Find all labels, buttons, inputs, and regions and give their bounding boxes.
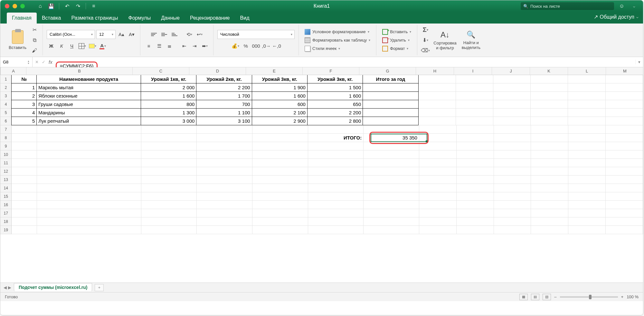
cell[interactable] <box>364 184 419 192</box>
smiley-icon[interactable]: ☺ <box>617 2 626 11</box>
cell[interactable] <box>457 142 494 150</box>
cell[interactable] <box>12 176 37 184</box>
cell[interactable] <box>363 100 418 109</box>
maximize-icon[interactable] <box>20 4 25 8</box>
row-header[interactable]: 13 <box>0 176 12 184</box>
cell[interactable] <box>419 192 457 201</box>
column-header[interactable]: H <box>416 67 454 75</box>
cell[interactable]: 600 <box>252 100 308 109</box>
cell[interactable]: 2 200 <box>307 108 363 117</box>
cell[interactable] <box>568 125 606 134</box>
fill-color-button[interactable] <box>88 42 97 51</box>
cell[interactable] <box>141 150 197 159</box>
cell[interactable] <box>141 192 197 201</box>
cell[interactable] <box>531 226 568 234</box>
cell[interactable] <box>457 226 494 234</box>
cell[interactable] <box>364 192 419 201</box>
zoom-out-icon[interactable]: – <box>554 294 556 299</box>
cell[interactable]: ИТОГО: <box>308 134 364 142</box>
cell[interactable] <box>308 192 364 201</box>
cell[interactable]: 4 <box>11 108 37 117</box>
cell[interactable] <box>531 150 568 159</box>
cell[interactable] <box>37 201 141 209</box>
row-header[interactable]: 8 <box>0 134 12 142</box>
cell[interactable] <box>531 83 568 92</box>
cell[interactable] <box>252 201 308 209</box>
format-as-table-button[interactable]: Форматировать как таблицу <box>303 37 372 44</box>
align-middle-icon[interactable] <box>160 30 169 39</box>
cancel-formula-icon[interactable]: ✕ <box>35 60 39 64</box>
row-header[interactable]: 3 <box>0 92 12 100</box>
cell[interactable] <box>141 167 197 176</box>
view-page-layout-icon[interactable]: ▤ <box>531 294 539 300</box>
cell[interactable] <box>457 125 494 134</box>
cell[interactable] <box>568 150 606 159</box>
cell[interactable] <box>308 217 364 226</box>
cell[interactable] <box>252 192 308 201</box>
cell[interactable] <box>568 217 606 226</box>
cell[interactable] <box>37 209 141 217</box>
cell[interactable] <box>419 100 456 109</box>
cell[interactable] <box>568 109 605 117</box>
cell[interactable]: Урожай 1кв, кг. <box>141 75 196 83</box>
cell[interactable] <box>12 134 37 142</box>
cell[interactable] <box>531 192 568 201</box>
column-header[interactable]: C <box>133 67 189 75</box>
cell[interactable]: 1 700 <box>196 91 252 100</box>
autosum-button[interactable]: Σ <box>421 26 430 34</box>
cell[interactable] <box>141 209 197 217</box>
copy-icon[interactable]: ⧉ <box>30 36 39 44</box>
tab-view[interactable]: Вид <box>235 13 255 24</box>
cell[interactable] <box>494 176 531 184</box>
cell[interactable] <box>197 142 252 150</box>
cell[interactable] <box>494 125 531 134</box>
undo-icon[interactable]: ↶ <box>62 2 71 11</box>
cell[interactable] <box>568 184 606 192</box>
orientation-icon[interactable]: ⟲ <box>185 30 194 39</box>
cell[interactable]: 3 000 <box>141 117 196 125</box>
cell[interactable] <box>457 134 494 142</box>
share-button[interactable]: ↗ Общий доступ ⌵ <box>594 14 639 20</box>
cell[interactable] <box>606 150 643 159</box>
cell[interactable] <box>419 209 457 217</box>
cell[interactable] <box>531 209 568 217</box>
cell[interactable] <box>308 201 364 209</box>
cell[interactable] <box>568 92 605 100</box>
cell[interactable]: Груши садовые <box>36 100 141 109</box>
cell[interactable]: 2 200 <box>196 83 252 92</box>
cell[interactable]: 35 350 <box>364 134 419 142</box>
column-header[interactable]: L <box>568 67 606 75</box>
cell[interactable] <box>37 167 141 176</box>
column-header[interactable]: G <box>359 67 416 75</box>
cell[interactable] <box>12 167 37 176</box>
cell[interactable]: 1 600 <box>307 91 363 100</box>
cell[interactable] <box>252 184 308 192</box>
cell[interactable] <box>568 100 605 109</box>
cell[interactable] <box>197 201 252 209</box>
cell[interactable] <box>419 92 456 100</box>
tab-insert[interactable]: Вставка <box>37 13 66 24</box>
cell[interactable] <box>308 184 364 192</box>
cell[interactable] <box>252 134 308 142</box>
cell[interactable]: 650 <box>307 100 363 109</box>
cell[interactable] <box>606 83 643 92</box>
cell[interactable]: Лук репчатый <box>36 117 141 125</box>
view-page-break-icon[interactable]: ▧ <box>543 294 551 300</box>
expand-formula-bar-icon[interactable]: ▾ <box>635 60 643 64</box>
cell-styles-button[interactable]: Стили ячеек <box>303 45 342 52</box>
font-name-select[interactable]: Calibri (Осн... <box>47 30 95 39</box>
cell[interactable] <box>457 192 494 201</box>
cell[interactable] <box>457 217 494 226</box>
align-center-icon[interactable]: ☰ <box>155 42 164 51</box>
cell[interactable] <box>606 92 643 100</box>
cut-icon[interactable]: ✂ <box>30 26 39 34</box>
zoom-slider[interactable] <box>560 296 618 298</box>
cell[interactable] <box>493 92 531 100</box>
cell[interactable] <box>457 167 494 176</box>
merge-cells-icon[interactable]: ⬌ <box>200 42 209 51</box>
cell[interactable] <box>197 217 252 226</box>
cell[interactable] <box>37 150 141 159</box>
cell[interactable]: 1 100 <box>196 108 252 117</box>
cell[interactable] <box>568 167 606 176</box>
cell[interactable]: 2 100 <box>252 108 308 117</box>
